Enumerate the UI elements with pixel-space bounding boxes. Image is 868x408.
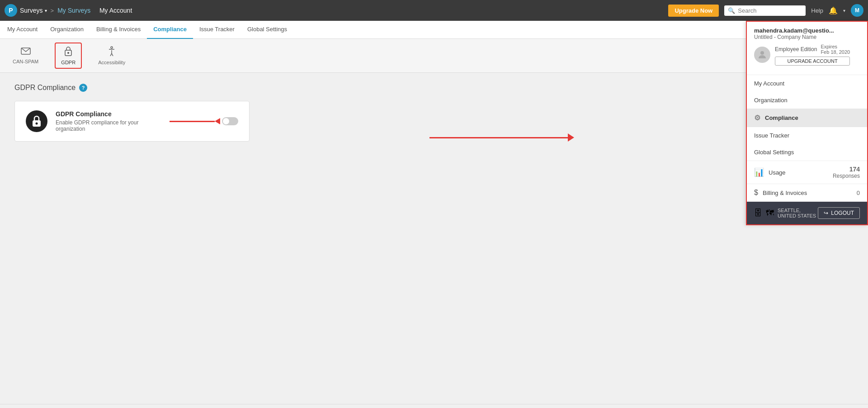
rp-avatar-icon xyxy=(754,47,770,63)
breadcrumb-separator: > xyxy=(51,7,54,14)
rp-database-icon: 🗄 xyxy=(754,209,762,218)
gdpr-lock-icon xyxy=(26,110,47,132)
rp-usage-label: Usage xyxy=(769,169,828,176)
gdpr-card-description: Enable GDPR compliance for your organiza… xyxy=(56,119,161,132)
rp-menu-issue-tracker[interactable]: Issue Tracker xyxy=(747,127,867,144)
rp-billing-row[interactable]: $ Billing & Invoices 0 xyxy=(747,184,867,202)
rp-menu-compliance-label: Compliance xyxy=(765,114,798,121)
rp-menu-my-account-label: My Account xyxy=(754,80,784,87)
rp-expires-label: Expires Feb 18, 2020 xyxy=(821,44,850,55)
rp-location-text: SEATTLE, UNITED STATES xyxy=(778,208,818,218)
nav-my-account[interactable]: My Account xyxy=(7,21,44,39)
svg-point-2 xyxy=(67,52,69,54)
right-panel-header: mahendra.kadam@questio... Untitled - Com… xyxy=(747,22,867,75)
rp-user-row: Employee Edition Expires Feb 18, 2020 UP… xyxy=(754,44,860,66)
nav-billing[interactable]: Billing & Invoices xyxy=(90,21,147,39)
surveys-label: Surveys xyxy=(20,7,43,14)
nav-compliance[interactable]: Compliance xyxy=(147,21,193,39)
rp-email: mahendra.kadam@questio... xyxy=(754,27,860,34)
rp-bottom: 🗄 🗺 SEATTLE, UNITED STATES ↪ LOGOUT xyxy=(747,202,867,224)
rp-dollar-icon: $ xyxy=(754,189,758,197)
breadcrumb-separator2 xyxy=(94,7,96,14)
rp-menu-organization[interactable]: Organization xyxy=(747,92,867,109)
gdpr-icon xyxy=(64,46,73,58)
surveys-menu[interactable]: Surveys ▾ xyxy=(20,7,47,14)
subnav-can-spam[interactable]: CAN-SPAM xyxy=(7,43,44,68)
surveys-dropdown-arrow: ▾ xyxy=(45,8,47,13)
rp-upgrade-account-button[interactable]: UPGRADE ACCOUNT xyxy=(775,57,850,66)
nav-organization[interactable]: Organization xyxy=(44,21,90,39)
red-arrow-head xyxy=(215,118,220,124)
rp-usage-count: 174 Responses xyxy=(833,166,860,179)
user-avatar[interactable]: M xyxy=(851,4,863,17)
red-arrow-line xyxy=(170,121,215,122)
rp-menu-my-account[interactable]: My Account xyxy=(747,75,867,92)
gdpr-toggle[interactable] xyxy=(222,117,238,125)
accessibility-label: Accessibility xyxy=(98,60,125,65)
rp-billing-count: 0 xyxy=(857,190,860,196)
footer: Performance Monitor Employee Edition © 2… xyxy=(0,404,868,408)
rp-edition-block: Employee Edition Expires Feb 18, 2020 UP… xyxy=(775,44,850,66)
rp-billing-label: Billing & Invoices xyxy=(763,190,852,196)
subnav-gdpr[interactable]: GDPR xyxy=(55,43,82,69)
app-logo[interactable]: P xyxy=(5,4,17,17)
svg-point-3 xyxy=(111,47,113,48)
notification-dropdown-arrow: ▾ xyxy=(843,8,845,13)
rp-menu-issue-tracker-label: Issue Tracker xyxy=(754,132,789,139)
accessibility-icon xyxy=(107,46,116,58)
rp-flag-icon: 🗺 xyxy=(766,209,774,218)
main-content: GDPR Compliance ? GDPR Compliance Enable… xyxy=(0,73,868,404)
gdpr-label: GDPR xyxy=(61,60,75,65)
rp-menu-compliance[interactable]: ⚙ Compliance xyxy=(747,109,867,127)
subnav-accessibility[interactable]: Accessibility xyxy=(93,43,131,69)
notifications-icon[interactable]: 🔔 xyxy=(829,6,838,15)
right-panel: mahendra.kadam@questio... Untitled - Com… xyxy=(746,21,868,225)
can-spam-label: CAN-SPAM xyxy=(13,59,38,64)
search-icon: 🔍 xyxy=(728,7,735,14)
toggle-area xyxy=(170,117,238,125)
nav-issue-tracker[interactable]: Issue Tracker xyxy=(193,21,241,39)
rp-usage-row: 📊 Usage 174 Responses xyxy=(747,161,867,184)
search-box[interactable]: 🔍 xyxy=(724,5,806,16)
gdpr-info: GDPR Compliance Enable GDPR compliance f… xyxy=(56,110,161,132)
rp-company: Untitled - Company Name xyxy=(754,34,860,40)
nav-global-settings[interactable]: Global Settings xyxy=(241,21,293,39)
top-nav-right: Upgrade Now 🔍 Help 🔔 ▾ M xyxy=(668,4,863,17)
rp-menu-organization-label: Organization xyxy=(754,97,788,104)
svg-point-5 xyxy=(36,123,38,125)
logout-button[interactable]: ↪ LOGOUT xyxy=(818,207,860,219)
help-link[interactable]: Help xyxy=(811,7,823,14)
rp-menu-global-settings[interactable]: Global Settings xyxy=(747,144,867,161)
breadcrumb-current: My Account xyxy=(99,7,132,14)
breadcrumb-mysurveys[interactable]: My Surveys xyxy=(57,7,90,14)
rp-edition-label: Employee Edition xyxy=(775,46,817,52)
page-title: GDPR Compliance ? xyxy=(14,84,732,92)
can-spam-icon xyxy=(21,47,31,57)
top-navigation: P Surveys ▾ > My Surveys My Account Upgr… xyxy=(0,0,868,21)
sub-navigation: CAN-SPAM GDPR Accessibility xyxy=(0,39,868,73)
rp-bar-chart-icon: 📊 xyxy=(754,167,764,177)
logout-icon: ↪ xyxy=(824,210,828,216)
search-input[interactable] xyxy=(738,7,802,14)
rp-gear-icon: ⚙ xyxy=(754,114,760,122)
svg-point-6 xyxy=(760,51,764,55)
gdpr-compliance-card: GDPR Compliance Enable GDPR compliance f… xyxy=(14,101,250,142)
rp-menu: My Account Organization ⚙ Compliance Iss… xyxy=(747,75,867,161)
help-circle-icon[interactable]: ? xyxy=(79,84,87,92)
rp-edition-row: Employee Edition Expires Feb 18, 2020 xyxy=(775,44,850,55)
gdpr-card-title: GDPR Compliance xyxy=(56,110,161,118)
rp-menu-global-settings-label: Global Settings xyxy=(754,149,794,156)
rp-location: 🗄 🗺 SEATTLE, UNITED STATES xyxy=(754,208,818,218)
upgrade-now-button[interactable]: Upgrade Now xyxy=(668,5,719,17)
secondary-navigation: My Account Organization Billing & Invoic… xyxy=(0,21,868,39)
